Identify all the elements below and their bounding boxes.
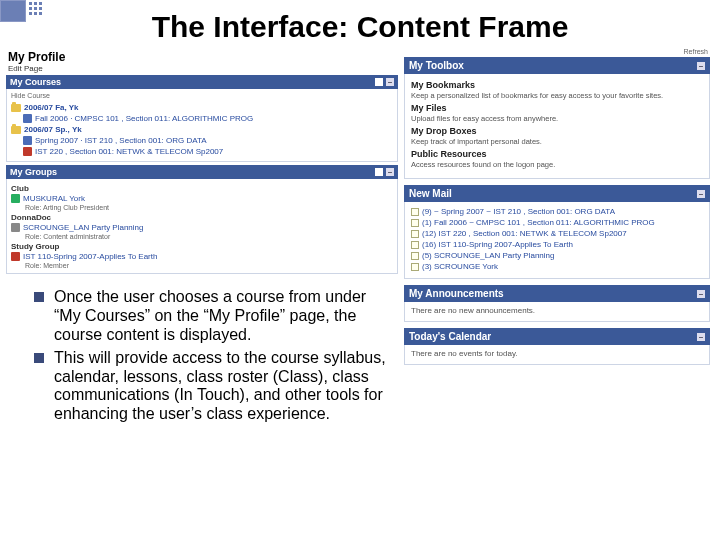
announcements-body: There are no new announcements. — [411, 306, 703, 315]
my-toolbox-bar: My Toolbox – — [404, 57, 710, 74]
mail-item[interactable]: (1) Fall 2006 ~ CMPSC 101 , Section 011:… — [422, 218, 655, 227]
my-announcements-label: My Announcements — [409, 288, 504, 299]
bullet-text: This will provide access to the course s… — [54, 349, 394, 425]
panel-action-icon[interactable] — [375, 168, 383, 176]
group-link[interactable]: MUSKURAL York — [23, 194, 85, 203]
course-icon — [23, 114, 32, 123]
mail-icon — [411, 263, 419, 271]
group-role: Role: Member — [11, 262, 393, 269]
panel-action-icon[interactable] — [375, 78, 383, 86]
group-link[interactable]: IST 110-Spring 2007-Applies To Earth — [23, 252, 157, 261]
panel-collapse-icon[interactable]: – — [386, 78, 394, 86]
panel-collapse-icon[interactable]: – — [697, 62, 705, 70]
toolbox-desc: Keep track of important personal dates. — [411, 137, 703, 146]
group-icon — [11, 194, 20, 203]
profile-heading: My Profile — [8, 50, 65, 64]
toolbox-section[interactable]: My Drop Boxes — [411, 126, 703, 136]
toolbox-section[interactable]: Public Resources — [411, 149, 703, 159]
course-link[interactable]: Fall 2006 · CMPSC 101 , Section 011: ALG… — [35, 114, 253, 123]
hide-course-hint[interactable]: Hide Course — [11, 92, 393, 99]
my-toolbox-label: My Toolbox — [409, 60, 464, 71]
toolbox-section[interactable]: My Files — [411, 103, 703, 113]
panel-collapse-icon[interactable]: – — [697, 333, 705, 341]
group-role: Role: Arting Club President — [11, 204, 393, 211]
new-mail-bar: New Mail – — [404, 185, 710, 202]
group-icon — [11, 252, 20, 261]
semester-item[interactable]: 2006/07 Fa, Yk — [24, 103, 79, 112]
group-icon — [11, 223, 20, 232]
toolbox-section[interactable]: My Bookmarks — [411, 80, 703, 90]
folder-icon — [11, 126, 21, 134]
group-category: Club — [11, 184, 393, 193]
toolbox-desc: Access resources found on the logon page… — [411, 160, 703, 169]
my-groups-label: My Groups — [10, 167, 57, 177]
panel-collapse-icon[interactable]: – — [386, 168, 394, 176]
group-role: Role: Content administrator — [11, 233, 393, 240]
group-category: DonnaDoc — [11, 213, 393, 222]
toolbox-desc: Upload files for easy access from anywhe… — [411, 114, 703, 123]
my-courses-bar: My Courses – — [6, 75, 398, 89]
calendar-body: There are no events for today. — [411, 349, 703, 358]
mail-item[interactable]: (5) SCROUNGE_LAN Party Planning — [422, 251, 555, 260]
folder-icon — [11, 104, 21, 112]
refresh-link[interactable]: Refresh — [683, 48, 708, 55]
group-category: Study Group — [11, 242, 393, 251]
today-calendar-label: Today's Calendar — [409, 331, 491, 342]
mail-icon — [411, 219, 419, 227]
bullet-marker — [34, 292, 44, 302]
edit-page-link[interactable]: Edit Page — [8, 64, 396, 73]
mail-item[interactable]: (16) IST 110-Spring 2007-Applies To Eart… — [422, 240, 573, 249]
slide-corner-decoration — [0, 0, 42, 22]
semester-item[interactable]: 2006/07 Sp., Yk — [24, 125, 82, 134]
group-link[interactable]: SCROUNGE_LAN Party Planning — [23, 223, 144, 232]
mail-icon — [411, 208, 419, 216]
mail-icon — [411, 230, 419, 238]
panel-collapse-icon[interactable]: – — [697, 290, 705, 298]
course-icon — [23, 136, 32, 145]
my-groups-bar: My Groups – — [6, 165, 398, 179]
today-calendar-bar: Today's Calendar – — [404, 328, 710, 345]
course-icon — [23, 147, 32, 156]
course-link[interactable]: Spring 2007 · IST 210 , Section 001: ORG… — [35, 136, 207, 145]
my-courses-label: My Courses — [10, 77, 61, 87]
bullet-marker — [34, 353, 44, 363]
slide-title: The Interface: Content Frame — [0, 0, 720, 48]
course-link[interactable]: IST 220 , Section 001: NETWK & TELECOM S… — [35, 147, 223, 156]
bullet-list: Once the user chooses a course from unde… — [34, 288, 394, 424]
panel-collapse-icon[interactable]: – — [697, 190, 705, 198]
mail-item[interactable]: (3) SCROUNGE York — [422, 262, 498, 271]
toolbox-desc: Keep a personalized list of bookmarks fo… — [411, 91, 703, 100]
mail-item[interactable]: (9) ~ Spring 2007 ~ IST 210 , Section 00… — [422, 207, 615, 216]
mail-icon — [411, 241, 419, 249]
mail-icon — [411, 252, 419, 260]
mail-item[interactable]: (12) IST 220 , Section 001: NETWK & TELE… — [422, 229, 627, 238]
bullet-text: Once the user chooses a course from unde… — [54, 288, 394, 345]
new-mail-label: New Mail — [409, 188, 452, 199]
my-announcements-bar: My Announcements – — [404, 285, 710, 302]
